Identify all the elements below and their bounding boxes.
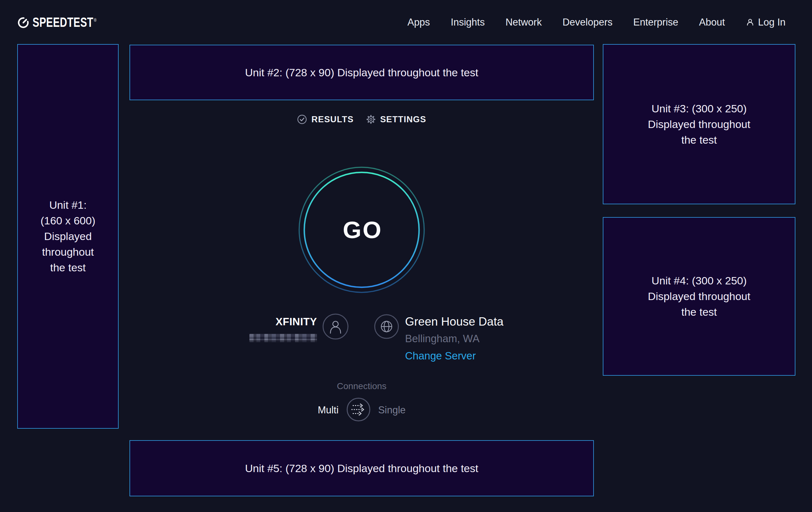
ad-unit-5-label: Unit #5: (728 x 90) Displayed throughout… <box>245 461 478 476</box>
server-info: Green House Data Bellingham, WA Change S… <box>405 315 503 362</box>
speedtest-logo[interactable]: SPEEDTEST® <box>17 15 118 30</box>
ad-unit-5-leaderboard: Unit #5: (728 x 90) Displayed throughout… <box>129 440 594 496</box>
tab-settings-label: SETTINGS <box>380 115 427 125</box>
gear-icon <box>366 114 376 125</box>
ad-unit-4-rectangle: Unit #4: (300 x 250) Displayed throughou… <box>603 217 795 376</box>
trademark-symbol: ® <box>94 17 97 23</box>
nav-item-enterprise[interactable]: Enterprise <box>633 17 678 28</box>
nav-menu: Apps Insights Network Developers Enterpr… <box>407 17 785 28</box>
isp-name: XFINITY <box>250 316 317 327</box>
brand-name: SPEEDTEST® <box>32 15 97 30</box>
login-button[interactable]: Log In <box>746 17 785 28</box>
tab-results-label: RESULTS <box>311 115 353 125</box>
connections-toggle-icon[interactable] <box>346 397 371 423</box>
ad-unit-1-skyscraper: Unit #1: (160 x 600) Displayed throughou… <box>17 44 119 429</box>
nav-item-developers[interactable]: Developers <box>562 17 613 28</box>
login-label: Log In <box>758 17 785 28</box>
user-icon <box>746 18 755 27</box>
ad-unit-4-label: Unit #4: (300 x 250) Displayed throughou… <box>632 273 766 320</box>
server-name: Green House Data <box>405 315 503 329</box>
change-server-link[interactable]: Change Server <box>405 350 476 362</box>
tab-settings[interactable]: SETTINGS <box>366 114 427 125</box>
isp-info: XFINITY <box>250 316 317 342</box>
go-label: GO <box>298 166 426 294</box>
connections-multi-option[interactable]: Multi <box>318 404 338 416</box>
nav-item-insights[interactable]: Insights <box>451 17 485 28</box>
ad-unit-2-leaderboard: Unit #2: (728 x 90) Displayed throughout… <box>129 45 594 100</box>
nav-item-about[interactable]: About <box>699 17 725 28</box>
connections-toggle-row: Multi Single <box>129 397 594 423</box>
server-location: Bellingham, WA <box>405 332 503 345</box>
check-circle-icon <box>297 114 307 125</box>
isp-user-circle-icon[interactable] <box>322 314 349 341</box>
top-nav: SPEEDTEST® Apps Insights Network Develop… <box>0 0 812 45</box>
nav-item-network[interactable]: Network <box>505 17 542 28</box>
connections-single-option[interactable]: Single <box>378 404 406 416</box>
censored-ip-address <box>250 334 317 342</box>
tabs-row: RESULTS SETTINGS <box>129 114 594 125</box>
connections-label: Connections <box>129 381 594 392</box>
speedtest-gauge-icon <box>17 16 29 28</box>
ad-unit-2-label: Unit #2: (728 x 90) Displayed throughout… <box>245 65 478 80</box>
ad-unit-3-label: Unit #3: (300 x 250) Displayed throughou… <box>632 101 766 148</box>
server-globe-icon <box>374 314 399 340</box>
nav-item-apps[interactable]: Apps <box>407 17 430 28</box>
speedtest-page: SPEEDTEST® Apps Insights Network Develop… <box>0 0 812 512</box>
tab-results[interactable]: RESULTS <box>297 114 353 125</box>
go-button[interactable]: GO <box>298 166 426 294</box>
ad-unit-3-rectangle: Unit #3: (300 x 250) Displayed throughou… <box>603 44 795 204</box>
ad-unit-1-label: Unit #1: (160 x 600) Displayed throughou… <box>36 197 100 275</box>
